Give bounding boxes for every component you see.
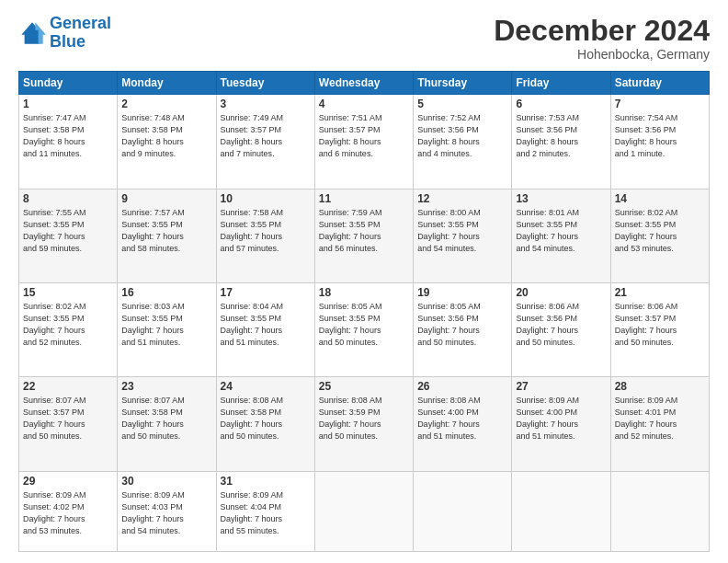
table-row bbox=[314, 471, 413, 552]
header-saturday: Saturday bbox=[610, 72, 709, 95]
header-wednesday: Wednesday bbox=[314, 72, 413, 95]
table-row: 27Sunrise: 8:09 AMSunset: 4:00 PMDayligh… bbox=[512, 377, 610, 471]
table-row: 24Sunrise: 8:08 AMSunset: 3:58 PMDayligh… bbox=[216, 377, 314, 471]
table-row: 13Sunrise: 8:01 AMSunset: 3:55 PMDayligh… bbox=[512, 189, 610, 282]
table-row: 11Sunrise: 7:59 AMSunset: 3:55 PMDayligh… bbox=[314, 189, 413, 282]
header-sunday: Sunday bbox=[19, 72, 118, 95]
calendar-header-row: Sunday Monday Tuesday Wednesday Thursday… bbox=[19, 72, 710, 95]
header-friday: Friday bbox=[512, 72, 610, 95]
calendar: Sunday Monday Tuesday Wednesday Thursday… bbox=[18, 71, 710, 552]
table-row: 1Sunrise: 7:47 AMSunset: 3:58 PMDaylight… bbox=[19, 95, 118, 189]
table-row: 25Sunrise: 8:08 AMSunset: 3:59 PMDayligh… bbox=[314, 377, 413, 471]
table-row: 10Sunrise: 7:58 AMSunset: 3:55 PMDayligh… bbox=[216, 189, 314, 282]
logo-text: General Blue bbox=[50, 15, 111, 52]
table-row: 9Sunrise: 7:57 AMSunset: 3:55 PMDaylight… bbox=[118, 189, 216, 282]
table-row: 15Sunrise: 8:02 AMSunset: 3:55 PMDayligh… bbox=[19, 282, 118, 376]
month-title: December 2024 bbox=[494, 15, 710, 47]
table-row: 12Sunrise: 8:00 AMSunset: 3:55 PMDayligh… bbox=[414, 189, 512, 282]
table-row: 29Sunrise: 8:09 AMSunset: 4:02 PMDayligh… bbox=[19, 471, 118, 552]
table-row: 3Sunrise: 7:49 AMSunset: 3:57 PMDaylight… bbox=[216, 95, 314, 189]
table-row: 20Sunrise: 8:06 AMSunset: 3:56 PMDayligh… bbox=[512, 282, 610, 376]
header-monday: Monday bbox=[118, 72, 216, 95]
table-row: 17Sunrise: 8:04 AMSunset: 3:55 PMDayligh… bbox=[216, 282, 314, 376]
table-row: 19Sunrise: 8:05 AMSunset: 3:56 PMDayligh… bbox=[414, 282, 512, 376]
table-row bbox=[414, 471, 512, 552]
logo: General Blue bbox=[18, 15, 111, 52]
logo-general: General bbox=[50, 14, 111, 32]
table-row: 16Sunrise: 8:03 AMSunset: 3:55 PMDayligh… bbox=[118, 282, 216, 376]
logo-icon bbox=[18, 19, 46, 47]
table-row: 14Sunrise: 8:02 AMSunset: 3:55 PMDayligh… bbox=[610, 189, 709, 282]
table-row: 4Sunrise: 7:51 AMSunset: 3:57 PMDaylight… bbox=[314, 95, 413, 189]
table-row bbox=[610, 471, 709, 552]
table-row: 2Sunrise: 7:48 AMSunset: 3:58 PMDaylight… bbox=[118, 95, 216, 189]
table-row: 28Sunrise: 8:09 AMSunset: 4:01 PMDayligh… bbox=[610, 377, 709, 471]
table-row: 8Sunrise: 7:55 AMSunset: 3:55 PMDaylight… bbox=[19, 189, 118, 282]
table-row bbox=[512, 471, 610, 552]
table-row: 26Sunrise: 8:08 AMSunset: 4:00 PMDayligh… bbox=[414, 377, 512, 471]
table-row: 23Sunrise: 8:07 AMSunset: 3:58 PMDayligh… bbox=[118, 377, 216, 471]
location: Hohenbocka, Germany bbox=[494, 47, 710, 62]
title-block: December 2024 Hohenbocka, Germany bbox=[494, 15, 710, 62]
table-row: 5Sunrise: 7:52 AMSunset: 3:56 PMDaylight… bbox=[414, 95, 512, 189]
table-row: 7Sunrise: 7:54 AMSunset: 3:56 PMDaylight… bbox=[610, 95, 709, 189]
table-row: 22Sunrise: 8:07 AMSunset: 3:57 PMDayligh… bbox=[19, 377, 118, 471]
table-row: 18Sunrise: 8:05 AMSunset: 3:55 PMDayligh… bbox=[314, 282, 413, 376]
table-row: 6Sunrise: 7:53 AMSunset: 3:56 PMDaylight… bbox=[512, 95, 610, 189]
header: General Blue December 2024 Hohenbocka, G… bbox=[18, 15, 710, 62]
table-row: 30Sunrise: 8:09 AMSunset: 4:03 PMDayligh… bbox=[118, 471, 216, 552]
header-tuesday: Tuesday bbox=[216, 72, 314, 95]
table-row: 21Sunrise: 8:06 AMSunset: 3:57 PMDayligh… bbox=[610, 282, 709, 376]
page: General Blue December 2024 Hohenbocka, G… bbox=[0, 0, 728, 563]
logo-blue: Blue bbox=[50, 32, 85, 51]
header-thursday: Thursday bbox=[414, 72, 512, 95]
table-row: 31Sunrise: 8:09 AMSunset: 4:04 PMDayligh… bbox=[216, 471, 314, 552]
